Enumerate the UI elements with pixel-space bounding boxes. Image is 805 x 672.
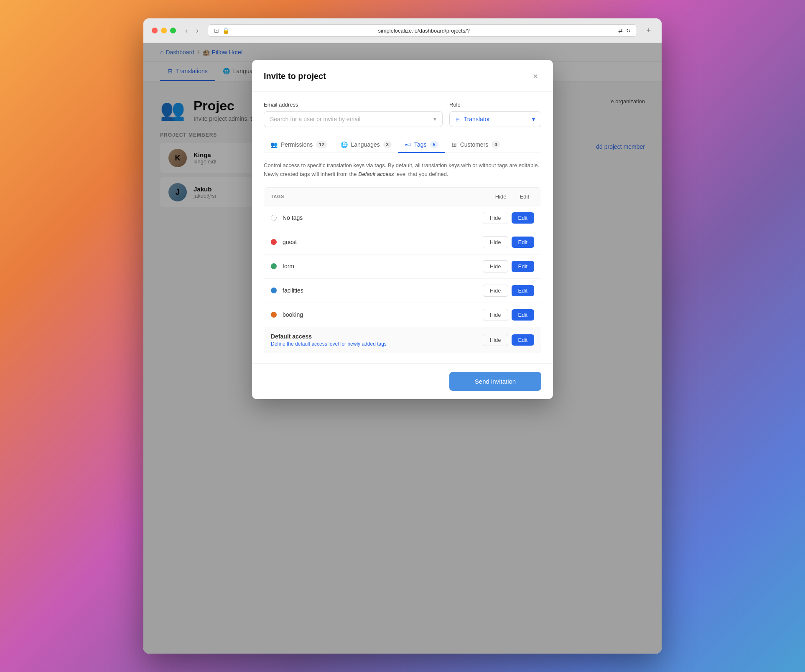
tags-header-actions: Hide Edit (490, 192, 534, 201)
monitor-icon: ⊡ (214, 27, 219, 34)
modal-body: Email address Search for a user or invit… (252, 92, 553, 363)
tab-languages[interactable]: 🌐 Languages 3 (334, 137, 398, 153)
no-tag-icon (271, 215, 277, 221)
url-text: simplelocalize.io/dashboard/projects/? (233, 28, 615, 34)
list-item: guest Hide Edit (264, 230, 541, 255)
tag-hide-button[interactable]: Hide (483, 334, 508, 346)
tag-hide-button[interactable]: Hide (483, 236, 508, 248)
tag-actions: Hide Edit (483, 260, 534, 272)
tag-edit-button[interactable]: Edit (512, 285, 534, 296)
languages-badge: 3 (383, 141, 392, 148)
translate-icon: ⇄ (618, 28, 623, 34)
chevron-down-icon: ▾ (532, 116, 535, 122)
chevron-down-icon: ▾ (433, 116, 436, 122)
default-access-description: Define the default access level for newl… (271, 341, 483, 347)
modal-overlay: Invite to project × Email address Search… (143, 43, 662, 654)
header-edit-button[interactable]: Edit (515, 192, 534, 201)
tag-color-dot (271, 263, 277, 269)
forward-button[interactable]: › (194, 25, 201, 36)
send-invitation-button[interactable]: Send invitation (449, 372, 541, 391)
tag-edit-button[interactable]: Edit (512, 334, 534, 346)
tag-actions: Hide Edit (483, 334, 534, 346)
traffic-lights (152, 28, 176, 33)
form-row: Email address Search for a user or invit… (264, 102, 541, 127)
modal-dialog: Invite to project × Email address Search… (252, 60, 553, 399)
customers-icon: ⊞ (452, 141, 457, 148)
tag-actions: Hide Edit (483, 212, 534, 224)
list-item: facilities Hide Edit (264, 279, 541, 303)
email-select[interactable]: Search for a user or invite by email ▾ (264, 111, 443, 127)
header-hide-button[interactable]: Hide (490, 192, 512, 201)
role-icon: ⊟ (456, 117, 460, 122)
maximize-traffic-light[interactable] (170, 28, 176, 33)
tab-customers-label: Customers (460, 141, 489, 148)
role-value: Translator (464, 116, 490, 122)
tab-tags-label: Tags (414, 141, 427, 148)
role-group: Role ⊟ Translator ▾ (449, 102, 541, 127)
back-button[interactable]: ‹ (183, 25, 190, 36)
role-label: Role (449, 102, 541, 108)
page-content: ⌂ Dashboard / 🏨 Pillow Hotel ⊟ Translati… (143, 43, 662, 654)
tag-actions: Hide Edit (483, 309, 534, 321)
minimize-traffic-light[interactable] (161, 28, 167, 33)
address-bar[interactable]: ⊡ 🔒 simplelocalize.io/dashboard/projects… (208, 24, 637, 37)
tag-name: booking (283, 311, 483, 318)
list-item: form Hide Edit (264, 255, 541, 279)
tag-name: guest (283, 239, 483, 245)
modal-header: Invite to project × (252, 60, 553, 92)
tag-name: No tags (283, 214, 483, 221)
tag-edit-button[interactable]: Edit (512, 237, 534, 248)
tag-name: facilities (283, 287, 483, 294)
permissions-icon: 👥 (270, 141, 278, 148)
close-traffic-light[interactable] (152, 28, 158, 33)
tag-color-dot (271, 312, 277, 318)
tag-name: form (283, 263, 483, 270)
modal-footer: Send invitation (252, 363, 553, 399)
email-placeholder: Search for a user or invite by email (270, 116, 360, 122)
tab-languages-label: Languages (351, 141, 380, 148)
modal-close-button[interactable]: × (530, 70, 541, 83)
tags-badge: 5 (430, 141, 438, 148)
tag-actions: Hide Edit (483, 285, 534, 297)
tab-permissions[interactable]: 👥 Permissions 12 (264, 137, 334, 153)
role-select[interactable]: ⊟ Translator ▾ (449, 111, 541, 127)
tag-edit-button[interactable]: Edit (512, 309, 534, 321)
tags-header: TAGS Hide Edit (264, 188, 541, 206)
modal-tabs: 👥 Permissions 12 🌐 Languages 3 🏷 Tags (264, 137, 541, 153)
tags-table: TAGS Hide Edit No tags Hide (264, 187, 541, 353)
tag-edit-button[interactable]: Edit (512, 261, 534, 272)
tag-edit-button[interactable]: Edit (512, 212, 534, 224)
permissions-badge: 12 (316, 141, 327, 148)
refresh-icon[interactable]: ↻ (626, 28, 631, 34)
tab-tags[interactable]: 🏷 Tags 5 (398, 137, 445, 153)
list-item: booking Hide Edit (264, 303, 541, 327)
tag-hide-button[interactable]: Hide (483, 212, 508, 224)
lock-icon: 🔒 (222, 27, 229, 34)
list-item: No tags Hide Edit (264, 206, 541, 230)
tag-icon: 🏷 (405, 141, 411, 148)
default-access-text: Default access Define the default access… (271, 333, 483, 347)
tag-hide-button[interactable]: Hide (483, 285, 508, 297)
tab-description: Control access to specific translation k… (264, 161, 541, 179)
tags-column-label: TAGS (271, 194, 490, 199)
default-access-row: Default access Define the default access… (271, 333, 534, 347)
tag-hide-button[interactable]: Hide (483, 260, 508, 272)
nav-buttons: ‹ › (183, 25, 201, 36)
tag-color-dot (271, 288, 277, 293)
tab-customers[interactable]: ⊞ Customers 0 (445, 137, 507, 153)
email-label: Email address (264, 102, 443, 108)
list-item: Default access Define the default access… (264, 327, 541, 353)
customers-badge: 0 (492, 141, 500, 148)
languages-icon: 🌐 (341, 141, 348, 148)
browser-chrome: ‹ › ⊡ 🔒 simplelocalize.io/dashboard/proj… (143, 18, 662, 43)
tag-actions: Hide Edit (483, 236, 534, 248)
modal-title: Invite to project (264, 71, 326, 81)
tag-color-dot (271, 239, 277, 245)
tab-permissions-label: Permissions (281, 141, 313, 148)
email-group: Email address Search for a user or invit… (264, 102, 443, 127)
default-access-title: Default access (271, 333, 483, 340)
new-tab-button[interactable]: + (644, 25, 653, 36)
tag-hide-button[interactable]: Hide (483, 309, 508, 321)
